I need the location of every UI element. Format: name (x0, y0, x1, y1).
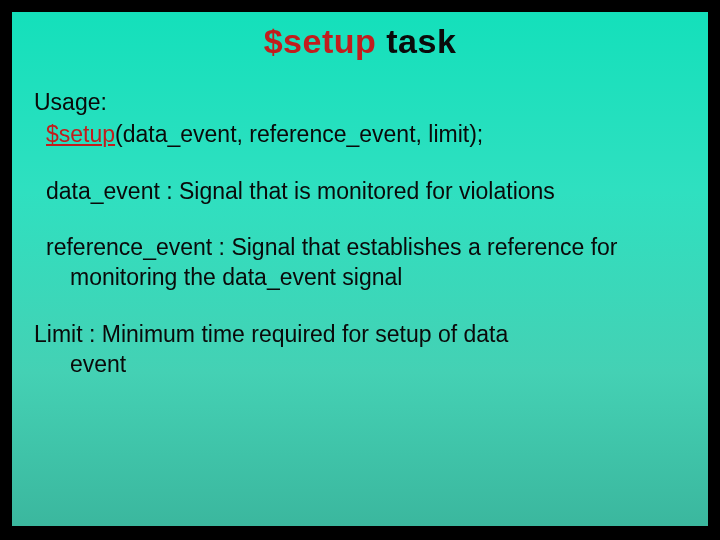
usage-args: (data_event, reference_event, limit); (115, 121, 483, 147)
slide-title: $setup task (34, 22, 686, 61)
param-limit: Limit : Minimum time required for setup … (34, 319, 686, 380)
slide-body: Usage: $setup(data_event, reference_even… (34, 87, 686, 380)
title-keyword: $setup (264, 22, 377, 60)
usage-line: $setup(data_event, reference_event, limi… (34, 119, 686, 149)
param-reference-event: reference_event : Signal that establishe… (34, 232, 686, 293)
slide: $setup task Usage: $setup(data_event, re… (12, 12, 708, 526)
param-data-event: data_event : Signal that is monitored fo… (34, 176, 686, 206)
title-rest: task (376, 22, 456, 60)
param-limit-line1: Limit : Minimum time required for setup … (34, 321, 508, 347)
slide-frame: $setup task Usage: $setup(data_event, re… (0, 0, 720, 540)
usage-keyword: $setup (46, 121, 115, 147)
param-limit-line2: event (34, 349, 686, 379)
usage-label: Usage: (34, 87, 686, 117)
